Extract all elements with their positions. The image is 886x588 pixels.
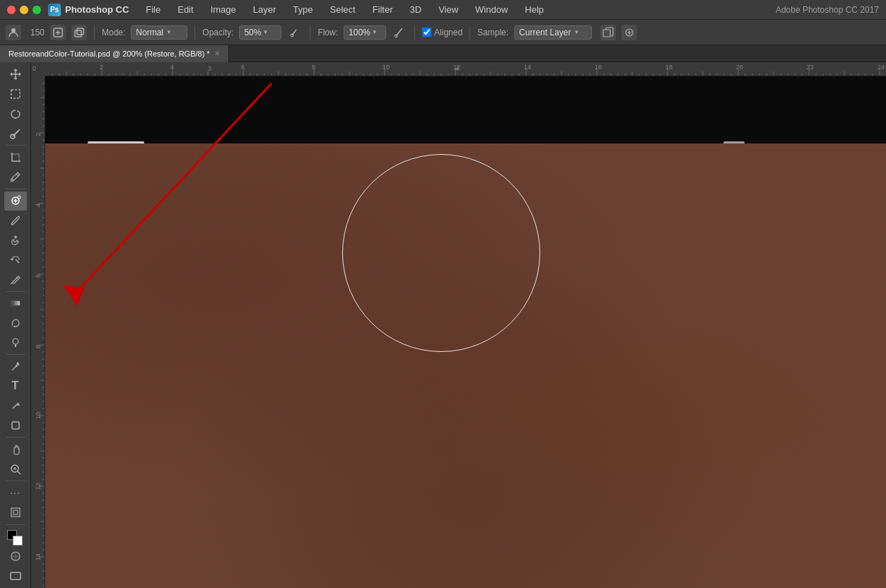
tab-close-button[interactable]: ✕: [214, 49, 220, 57]
svg-point-21: [16, 362, 18, 364]
menu-filter[interactable]: Filter: [370, 3, 396, 16]
menu-window[interactable]: Window: [472, 3, 511, 16]
canvas-area: 0 3 4: [31, 62, 886, 588]
opacity-value[interactable]: 50% ▼: [239, 25, 281, 40]
minimize-button[interactable]: [20, 6, 28, 14]
flow-airbrush-icon[interactable]: [392, 25, 407, 40]
aligned-checkbox-label[interactable]: Aligned: [422, 28, 462, 37]
extras-tool[interactable]: ···: [4, 483, 27, 502]
main-area: T: [0, 62, 886, 588]
aligned-label: Aligned: [434, 28, 462, 37]
svg-point-0: [11, 28, 16, 33]
user-icon[interactable]: [6, 25, 21, 40]
options-bar: 150 Mode: Normal ▼ Opacity: 50% ▼ Flow:: [0, 20, 886, 45]
ruler-left: [31, 62, 45, 588]
maximize-button[interactable]: [33, 6, 41, 14]
svg-rect-18: [11, 301, 20, 305]
sample-value: Current Layer: [519, 28, 571, 37]
quick-select-tool[interactable]: [4, 124, 27, 143]
ruler-top: [31, 62, 886, 76]
dodge-tool[interactable]: [4, 333, 27, 352]
svg-point-12: [15, 117, 16, 119]
menu-bar: File Edit Image Layer Type Select Filter…: [143, 3, 547, 16]
fg-bg-colors[interactable]: [4, 527, 27, 546]
svg-point-19: [13, 326, 15, 327]
crop-tool[interactable]: [4, 148, 27, 167]
tool-sep-4: [6, 354, 25, 355]
brush-preset-picker[interactable]: [50, 25, 66, 40]
svg-point-20: [13, 339, 18, 344]
svg-point-8: [401, 28, 402, 30]
tool-sep-6: [6, 481, 25, 481]
mode-dropdown-arrow: ▼: [166, 29, 172, 35]
titlebar: Ps Photoshop CC File Edit Image Layer Ty…: [0, 0, 886, 20]
svg-rect-9: [603, 30, 610, 37]
mode-dropdown[interactable]: Normal ▼: [131, 25, 187, 40]
svg-rect-28: [13, 510, 18, 514]
menu-select[interactable]: Select: [327, 3, 358, 16]
blur-tool[interactable]: [4, 314, 27, 333]
close-button[interactable]: [7, 6, 16, 14]
aligned-checkbox[interactable]: [422, 28, 431, 37]
document-tab[interactable]: RestoreandColor-Tutorial.psd @ 200% (Res…: [0, 45, 229, 62]
menu-view[interactable]: View: [436, 3, 461, 16]
tab-bar: RestoreandColor-Tutorial.psd @ 200% (Res…: [0, 45, 886, 62]
background-color[interactable]: [13, 536, 23, 546]
menu-image[interactable]: Image: [208, 3, 239, 16]
tool-sep-5: [6, 437, 25, 437]
sample-dropdown-arrow: ▼: [573, 29, 579, 35]
flow-arrow: ▼: [372, 29, 378, 35]
lasso-tool[interactable]: [4, 105, 27, 124]
eyedropper-tool[interactable]: [4, 167, 27, 187]
airbrush-toggle[interactable]: [287, 25, 303, 40]
flow-value[interactable]: 100% ▼: [344, 25, 386, 40]
menu-3d[interactable]: 3D: [407, 3, 425, 16]
svg-rect-4: [75, 30, 81, 37]
sample-dropdown[interactable]: Current Layer ▼: [514, 25, 592, 40]
menu-layer[interactable]: Layer: [250, 3, 279, 16]
menu-help[interactable]: Help: [522, 3, 547, 16]
gradient-tool[interactable]: [4, 294, 27, 313]
sample-label: Sample:: [477, 28, 508, 37]
type-tool[interactable]: T: [4, 377, 27, 396]
hand-tool[interactable]: [4, 440, 27, 459]
mode-value: Normal: [136, 28, 163, 37]
path-select-tool[interactable]: [4, 396, 27, 416]
tool-sep-1: [6, 145, 25, 146]
shape-tool[interactable]: [4, 416, 27, 435]
canvas-document: [45, 76, 886, 588]
brush-tool[interactable]: [4, 211, 27, 230]
clone-options-icon[interactable]: [71, 25, 87, 40]
svg-rect-27: [11, 508, 20, 517]
traffic-lights: [7, 6, 41, 14]
separator-2: [194, 25, 195, 40]
menu-edit[interactable]: Edit: [175, 3, 196, 16]
screen-mode-tool[interactable]: [4, 566, 27, 585]
healing-brush-tool[interactable]: [4, 192, 27, 211]
svg-rect-5: [77, 28, 83, 35]
clone-sample-icon[interactable]: [600, 25, 616, 40]
mode-label: Mode:: [102, 28, 125, 37]
brush-size-value: 150: [27, 28, 45, 37]
separator-1: [94, 25, 95, 40]
healing-options-icon[interactable]: [622, 25, 637, 40]
canvas-black-region: [45, 76, 886, 147]
marquee-tool[interactable]: [4, 85, 27, 104]
menu-type[interactable]: Type: [290, 3, 315, 16]
quick-mask-tool[interactable]: [4, 546, 27, 565]
move-tool[interactable]: [4, 65, 27, 84]
menu-file[interactable]: File: [143, 3, 163, 16]
clone-stamp-tool[interactable]: [4, 230, 27, 249]
eraser-tool[interactable]: [4, 270, 27, 289]
pen-tool[interactable]: [4, 357, 27, 376]
type-icon: T: [12, 380, 19, 392]
toolbar: T: [0, 62, 31, 588]
zoom-tool[interactable]: [4, 459, 27, 478]
svg-rect-11: [11, 90, 20, 98]
tab-filename: RestoreandColor-Tutorial.psd @ 200% (Res…: [8, 49, 210, 58]
opacity-label: Opacity:: [202, 28, 233, 37]
rotate-canvas-tool[interactable]: [4, 503, 27, 522]
svg-line-24: [18, 471, 21, 474]
history-brush-tool[interactable]: [4, 250, 27, 269]
separator-3: [310, 25, 310, 40]
